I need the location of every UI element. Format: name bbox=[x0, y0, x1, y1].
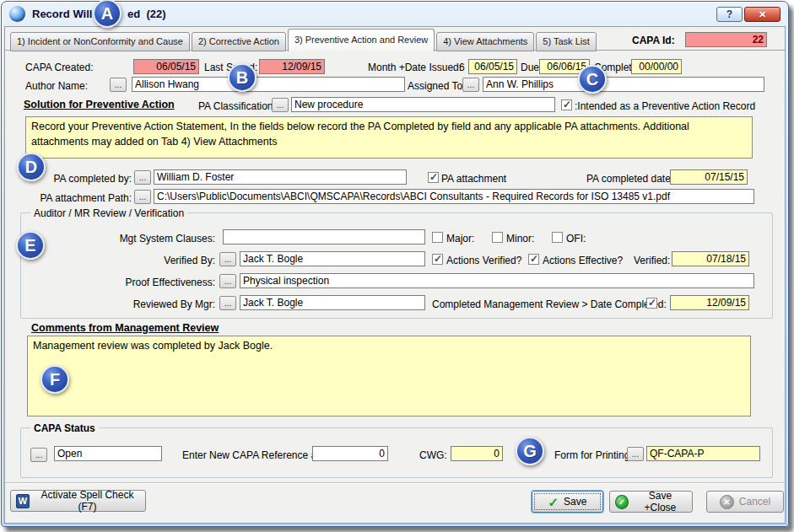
pa-classification-lookup-button[interactable]: ... bbox=[272, 98, 289, 112]
cancel-button[interactable]: ✕ Cancel bbox=[706, 491, 784, 513]
tab-preventive-action[interactable]: 3) Preventive Action and Review bbox=[288, 29, 435, 51]
actions-verified-label: Actions Verified? bbox=[446, 255, 521, 266]
cancel-label: Cancel bbox=[739, 496, 770, 508]
form-for-printing-field[interactable] bbox=[646, 446, 760, 461]
intended-pa-checkbox[interactable] bbox=[561, 99, 572, 110]
verified-by-field[interactable] bbox=[240, 251, 425, 266]
window-title-right: ed (22) bbox=[127, 8, 166, 20]
month-value: 6 bbox=[459, 62, 465, 73]
assigned-lookup-button[interactable]: ... bbox=[462, 78, 479, 92]
save-check-icon: ✓ bbox=[548, 496, 559, 508]
tab-bar: 1) Incident or NonConformity and Cause 2… bbox=[10, 29, 598, 51]
save-close-check-icon: ✓ bbox=[615, 495, 629, 509]
completed-field[interactable] bbox=[631, 59, 682, 74]
annotation-badge-c: C bbox=[578, 65, 607, 94]
pa-classification-field[interactable] bbox=[291, 97, 555, 112]
auditor-review-group-label: Auditor / MR Review / Verification bbox=[30, 207, 187, 219]
verified-by-label: Verified By: bbox=[30, 255, 215, 266]
last-saved-field[interactable] bbox=[259, 59, 325, 74]
assigned-to-label: Assigned To: bbox=[408, 80, 466, 92]
capa-status-lookup-button[interactable]: ... bbox=[30, 448, 47, 462]
completed-mgmt-review-checkbox[interactable] bbox=[646, 298, 657, 309]
form-client-area: 1) Incident or NonConformity and Cause 2… bbox=[4, 26, 786, 524]
capa-created-label: CAPA Created: bbox=[25, 62, 93, 73]
mgt-system-clauses-label: Mgt System Clauses: bbox=[30, 233, 215, 245]
assigned-to-field[interactable] bbox=[483, 77, 764, 92]
proof-effectiveness-lookup-button[interactable]: ... bbox=[219, 274, 236, 288]
capa-created-field[interactable] bbox=[133, 59, 199, 74]
app-window: Record Will Be ed (22) ? ✕ 1) Incident o… bbox=[1, 1, 789, 527]
tab-incident-cause[interactable]: 1) Incident or NonConformity and Cause bbox=[10, 32, 190, 51]
pa-classification-label: PA Classification: bbox=[198, 100, 276, 112]
intended-pa-label: :Intended as a Preventive Action Record bbox=[575, 100, 755, 112]
annotation-badge-f: F bbox=[41, 365, 69, 394]
annotation-badge-e: E bbox=[16, 231, 45, 260]
mgt-system-clauses-field[interactable] bbox=[223, 229, 425, 245]
pa-completed-by-lookup-button[interactable]: ... bbox=[134, 170, 151, 185]
pa-attachment-path-label: PA attachment Path: bbox=[14, 192, 132, 204]
minor-checkbox[interactable] bbox=[492, 232, 503, 243]
proof-effectiveness-field[interactable] bbox=[240, 273, 754, 288]
save-close-label: Save +Close bbox=[634, 490, 687, 513]
tab-task-list[interactable]: 5) Task List bbox=[536, 32, 596, 51]
verified-date-label: Verified: bbox=[634, 255, 670, 266]
month-date-issued-label: Month +Date Issued: bbox=[368, 62, 462, 73]
form-for-printing-lookup-button[interactable]: ... bbox=[627, 447, 644, 461]
save-label: Save bbox=[564, 496, 586, 508]
pa-attachment-label: PA attachment bbox=[441, 173, 506, 185]
actions-verified-checkbox[interactable] bbox=[432, 254, 443, 265]
ofi-checkbox[interactable] bbox=[552, 232, 563, 243]
verified-date-field[interactable] bbox=[672, 251, 749, 266]
pa-statement-memo[interactable]: Record your Preventive Action Statement,… bbox=[25, 116, 753, 159]
date-issued-field[interactable] bbox=[468, 59, 517, 74]
actions-effective-label: Actions Effective? bbox=[543, 255, 623, 266]
pa-completed-date-field[interactable] bbox=[670, 169, 748, 185]
completed-mgmt-review-label: Completed Management Review > Date Compl… bbox=[432, 298, 667, 310]
app-icon bbox=[9, 6, 25, 22]
author-name-field[interactable] bbox=[132, 77, 405, 92]
capa-id-label: CAPA Id: bbox=[632, 35, 675, 46]
major-checkbox[interactable] bbox=[432, 232, 443, 243]
form-for-printing-label: Form for Printing: bbox=[554, 449, 633, 461]
annotation-badge-b: B bbox=[228, 63, 257, 92]
proof-effectiveness-label: Proof Effectiveness: bbox=[30, 277, 215, 288]
spell-check-button[interactable]: W Activate Spell Check (F7) bbox=[10, 490, 146, 512]
cwg-label: CWG: bbox=[419, 449, 447, 461]
verified-by-lookup-button[interactable]: ... bbox=[219, 252, 236, 266]
author-lookup-button[interactable]: ... bbox=[110, 78, 127, 92]
close-button[interactable]: ✕ bbox=[744, 7, 780, 22]
actions-effective-checkbox[interactable] bbox=[528, 254, 539, 265]
save-close-button[interactable]: ✓ Save +Close bbox=[609, 491, 693, 513]
ofi-label: OFI: bbox=[566, 233, 586, 245]
minor-label: Minor: bbox=[506, 233, 534, 245]
new-capa-reference-field[interactable] bbox=[312, 446, 388, 461]
annotation-badge-d: D bbox=[17, 153, 46, 181]
new-capa-reference-label: Enter New CAPA Reference #: bbox=[182, 449, 320, 461]
pa-attachment-checkbox[interactable] bbox=[428, 172, 439, 183]
pa-attachment-path-lookup-button[interactable]: ... bbox=[134, 190, 151, 204]
pa-attachment-path-field[interactable] bbox=[154, 189, 754, 204]
reviewed-by-mgr-lookup-button[interactable]: ... bbox=[219, 296, 236, 310]
comments-heading: Comments from Management Review bbox=[31, 322, 219, 334]
word-icon: W bbox=[16, 494, 30, 508]
author-name-label: Author Name: bbox=[25, 80, 88, 92]
reviewed-by-mgr-field[interactable] bbox=[240, 295, 425, 310]
tab-view-attachments[interactable]: 4) View Attachments bbox=[436, 32, 534, 51]
annotation-badge-a: A bbox=[93, 0, 122, 28]
tab-corrective-action[interactable]: 2) Corrective Action bbox=[192, 32, 286, 51]
capa-status-group-label: CAPA Status bbox=[30, 422, 99, 434]
pa-completed-by-field[interactable] bbox=[154, 169, 407, 185]
cwg-field[interactable] bbox=[451, 446, 503, 461]
solution-heading: Solution for Preventive Action bbox=[24, 99, 175, 110]
comments-memo[interactable]: Management review was completed by Jack … bbox=[27, 336, 751, 416]
spell-check-label: Activate Spell Check (F7) bbox=[35, 489, 140, 513]
mgmt-review-date-field[interactable] bbox=[670, 295, 749, 310]
footer-divider bbox=[5, 482, 785, 483]
annotation-badge-g: G bbox=[516, 437, 544, 465]
save-button[interactable]: ✓ Save bbox=[532, 491, 603, 513]
capa-id-field[interactable] bbox=[685, 32, 767, 47]
cancel-x-icon: ✕ bbox=[720, 495, 734, 509]
reviewed-by-mgr-label: Reviewed By Mgr: bbox=[30, 298, 215, 310]
capa-status-field[interactable] bbox=[54, 446, 162, 461]
help-button[interactable]: ? bbox=[716, 7, 743, 22]
